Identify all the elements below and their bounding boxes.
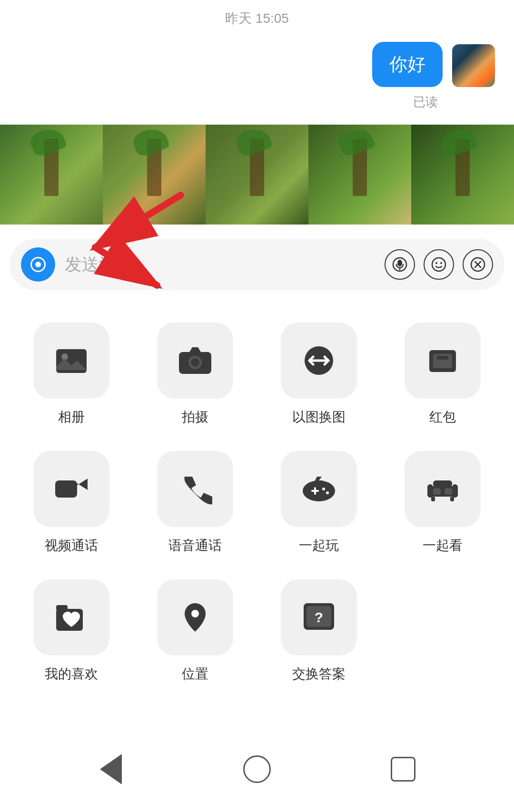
sofa-icon bbox=[424, 470, 462, 508]
camera-label: 拍摄 bbox=[182, 408, 208, 426]
video-call-label: 视频通话 bbox=[45, 537, 98, 555]
action-play-together[interactable]: 一起玩 bbox=[257, 438, 381, 566]
back-icon bbox=[100, 754, 122, 784]
camera-icon bbox=[176, 342, 214, 380]
camera-icon-box bbox=[157, 323, 233, 399]
image-swap-label: 以图换图 bbox=[292, 408, 346, 426]
location-icon-box bbox=[157, 579, 233, 655]
phone-icon-box bbox=[157, 451, 233, 527]
svg-point-16 bbox=[191, 358, 199, 367]
message-input[interactable]: 发送消息 bbox=[65, 253, 375, 276]
action-exchange-answers[interactable]: ? ? 交换答案 bbox=[257, 566, 381, 695]
qa-icon-box: ? ? bbox=[281, 579, 357, 655]
my-favorites-label: 我的喜欢 bbox=[45, 665, 98, 683]
heart-folder-icon-box bbox=[33, 579, 109, 655]
input-icons bbox=[385, 249, 493, 280]
photo-item[interactable] bbox=[0, 125, 103, 225]
action-watch-together[interactable]: 一起看 bbox=[381, 438, 504, 566]
empty-slot bbox=[381, 566, 504, 695]
action-grid: 相册 拍摄 以图换图 bbox=[0, 295, 514, 709]
video-icon-box bbox=[33, 451, 109, 527]
timestamp: 昨天 15:05 bbox=[0, 0, 514, 32]
back-button[interactable] bbox=[92, 750, 130, 788]
svg-rect-21 bbox=[437, 356, 448, 360]
message-bubble: 你好 bbox=[372, 42, 443, 87]
camera-toggle-button[interactable] bbox=[21, 247, 55, 282]
swap-icon-box bbox=[281, 323, 357, 399]
svg-point-7 bbox=[435, 262, 437, 264]
album-icon-box bbox=[33, 323, 109, 399]
svg-rect-31 bbox=[445, 488, 452, 495]
svg-point-4 bbox=[397, 260, 402, 266]
svg-rect-30 bbox=[433, 488, 441, 495]
voice-call-label: 语音通话 bbox=[168, 537, 222, 555]
close-panel-button[interactable] bbox=[463, 249, 493, 280]
svg-rect-22 bbox=[55, 480, 77, 498]
input-bar[interactable]: 发送消息 bbox=[10, 239, 504, 290]
avatar bbox=[452, 44, 495, 87]
qa-icon: ? ? bbox=[300, 598, 338, 636]
game-icon bbox=[300, 470, 338, 508]
action-image-swap[interactable]: 以图换图 bbox=[257, 309, 381, 438]
exchange-answers-label: 交换答案 bbox=[292, 665, 346, 683]
svg-rect-33 bbox=[452, 484, 458, 498]
photo-strip[interactable] bbox=[0, 125, 514, 225]
photo-item[interactable] bbox=[206, 125, 308, 225]
location-icon bbox=[176, 598, 214, 636]
red-envelope-label: 红包 bbox=[429, 408, 456, 426]
home-button[interactable] bbox=[238, 750, 276, 788]
photo-item[interactable] bbox=[103, 125, 206, 225]
action-location[interactable]: 位置 bbox=[133, 566, 257, 695]
svg-rect-35 bbox=[450, 497, 454, 501]
phone-icon bbox=[176, 470, 214, 508]
recent-button[interactable] bbox=[384, 750, 422, 788]
sofa-icon-box bbox=[405, 451, 481, 527]
action-video-call[interactable]: 视频通话 bbox=[10, 438, 133, 566]
action-voice-call[interactable]: 语音通话 bbox=[133, 438, 257, 566]
message-row: 你好 bbox=[372, 42, 495, 87]
camera-icon bbox=[30, 257, 46, 272]
svg-point-39 bbox=[191, 610, 199, 617]
photo-icon bbox=[52, 342, 90, 380]
game-icon-box bbox=[281, 451, 357, 527]
heart-folder-icon bbox=[52, 598, 90, 636]
action-my-favorites[interactable]: 我的喜欢 bbox=[10, 566, 133, 695]
bottom-navigation bbox=[0, 741, 514, 798]
photo-item[interactable] bbox=[411, 125, 514, 225]
envelope-icon bbox=[424, 342, 462, 380]
swap-icon bbox=[300, 342, 338, 380]
photo-item[interactable] bbox=[308, 125, 411, 225]
svg-text:?: ? bbox=[315, 609, 323, 625]
home-icon bbox=[243, 755, 271, 783]
svg-point-27 bbox=[326, 491, 329, 494]
location-label: 位置 bbox=[182, 665, 208, 683]
action-album[interactable]: 相册 bbox=[10, 309, 133, 438]
svg-rect-34 bbox=[431, 497, 435, 501]
svg-point-6 bbox=[432, 258, 445, 271]
action-red-envelope[interactable]: 红包 bbox=[381, 309, 504, 438]
emoji-button[interactable] bbox=[424, 249, 454, 280]
play-together-label: 一起玩 bbox=[299, 537, 339, 555]
recent-icon bbox=[391, 757, 415, 782]
action-camera[interactable]: 拍摄 bbox=[133, 309, 257, 438]
album-label: 相册 bbox=[58, 408, 85, 426]
svg-point-26 bbox=[322, 488, 325, 490]
envelope-icon-box bbox=[405, 323, 481, 399]
message-area: 你好 已读 bbox=[0, 32, 514, 115]
voice-input-button[interactable] bbox=[385, 249, 415, 280]
watch-together-label: 一起看 bbox=[423, 537, 463, 555]
svg-point-8 bbox=[440, 262, 442, 264]
svg-rect-32 bbox=[427, 484, 433, 498]
svg-rect-36 bbox=[433, 480, 452, 487]
read-status: 已读 bbox=[413, 94, 495, 110]
video-icon bbox=[52, 470, 90, 508]
svg-rect-38 bbox=[56, 605, 68, 611]
